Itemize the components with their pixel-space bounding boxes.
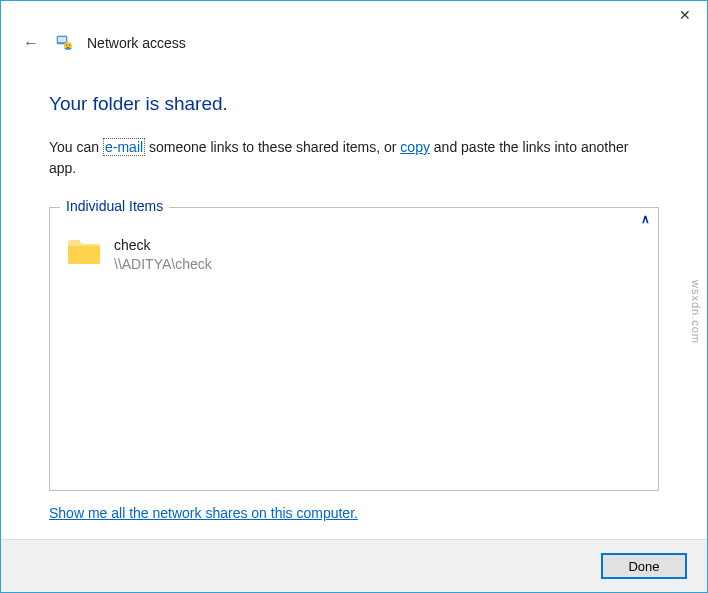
- desc-part1: You can: [49, 139, 103, 155]
- item-name: check: [114, 236, 212, 255]
- item-path: \\ADITYA\check: [114, 255, 212, 274]
- header-title: Network access: [87, 35, 186, 51]
- done-button[interactable]: Done: [601, 553, 687, 579]
- folder-icon: [66, 236, 102, 266]
- items-legend: Individual Items: [60, 198, 169, 214]
- collapse-button[interactable]: ∧: [641, 212, 650, 226]
- item-text: check \\ADITYA\check: [114, 236, 212, 274]
- svg-point-3: [66, 44, 67, 45]
- content-area: Your folder is shared. You can e-mail so…: [1, 63, 707, 539]
- svg-rect-1: [58, 37, 66, 42]
- watermark: wsxdn.com: [690, 280, 702, 344]
- close-icon: ✕: [679, 7, 691, 23]
- individual-items-box: Individual Items ∧ check \\ADITYA\check: [49, 207, 659, 491]
- desc-part2: someone links to these shared items, or: [145, 139, 400, 155]
- network-access-icon: [55, 33, 75, 53]
- shared-item-row[interactable]: check \\ADITYA\check: [62, 224, 646, 286]
- titlebar: ✕: [1, 1, 707, 31]
- header: ← Network access: [1, 31, 707, 63]
- email-link[interactable]: e-mail: [103, 138, 145, 156]
- svg-point-4: [69, 44, 70, 45]
- main-heading: Your folder is shared.: [49, 93, 659, 115]
- close-button[interactable]: ✕: [662, 1, 707, 29]
- footer: Done: [1, 539, 707, 592]
- show-all-shares-link[interactable]: Show me all the network shares on this c…: [49, 505, 659, 521]
- description-text: You can e-mail someone links to these sh…: [49, 137, 659, 179]
- back-arrow-icon: ←: [23, 34, 39, 52]
- back-button[interactable]: ←: [19, 31, 43, 55]
- copy-link[interactable]: copy: [400, 139, 430, 155]
- chevron-up-icon: ∧: [641, 212, 650, 226]
